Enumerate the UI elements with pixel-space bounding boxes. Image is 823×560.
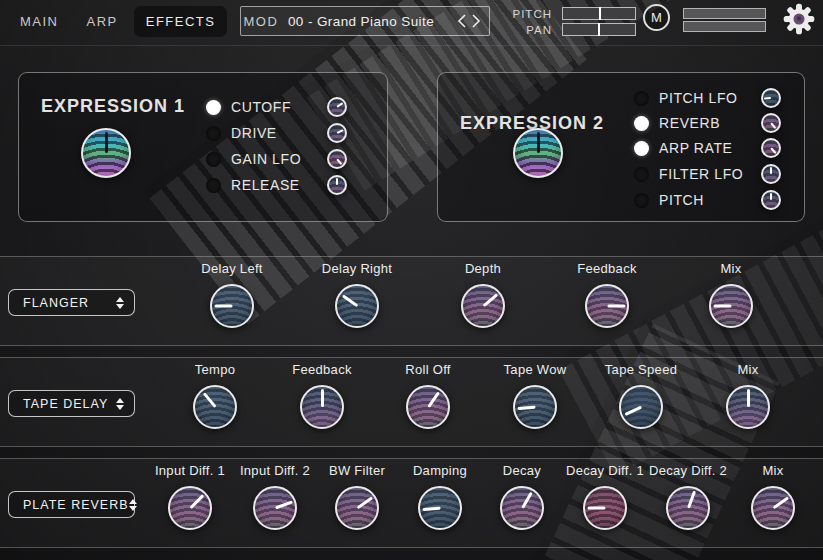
reverb-mix-knob[interactable] (751, 486, 795, 530)
input-diff-1-knob[interactable] (168, 486, 212, 530)
mute-button[interactable]: M (643, 4, 670, 31)
flanger-mix-knob[interactable] (709, 284, 753, 328)
roll-off-label: Roll Off (383, 362, 473, 380)
header-bar: MAIN ARP EFFECTS MOD 00 - Grand Piano Su… (0, 0, 823, 46)
tempo-knob[interactable] (193, 385, 237, 429)
bw-filter-control: BW Filter (312, 463, 402, 530)
flanger-feedback-label: Feedback (562, 261, 652, 279)
decay-diff-2-knob[interactable] (666, 486, 710, 530)
tempo-control: Tempo (170, 362, 260, 429)
release-amount-knob[interactable] (327, 175, 347, 195)
tape-mix-knob[interactable] (726, 385, 770, 429)
preset-name: 00 - Grand Piano Suite (241, 14, 455, 29)
preset-next-button[interactable] (470, 12, 483, 30)
gain-lfo-label: GAIN LFO (231, 151, 327, 167)
output-meter-bottom (683, 21, 766, 32)
tab-arp[interactable]: ARP (75, 6, 130, 37)
filter-lfo-label: FILTER LFO (659, 166, 761, 182)
effect-slot3-selector[interactable]: PLATE REVERB (8, 491, 135, 518)
tab-main[interactable]: MAIN (8, 6, 71, 37)
tab-effects[interactable]: EFFECTS (134, 6, 228, 37)
tape-wow-control: Tape Wow (490, 362, 580, 429)
bw-filter-label: BW Filter (312, 463, 402, 481)
input-diff-2-control: Input Diff. 2 (230, 463, 320, 530)
delay-left-control: Delay Left (187, 261, 277, 328)
pan-slider[interactable] (562, 23, 636, 36)
reverb-mix-control: Mix (728, 463, 818, 530)
depth-knob[interactable] (461, 284, 505, 328)
pitch-radio[interactable] (634, 193, 649, 208)
effect-slot1-selector[interactable]: FLANGER (8, 289, 135, 316)
reverb-amount-knob[interactable] (761, 113, 781, 133)
arp-rate-radio[interactable] (634, 141, 649, 156)
depth-control: Depth (438, 261, 528, 328)
pan-slider-thumb[interactable] (598, 23, 600, 36)
expression2-item-pitch: PITCH (634, 190, 781, 210)
pitch-label: PITCH (512, 8, 552, 20)
decay-control: Decay (477, 463, 567, 530)
expression1-title: EXPRESSION 1 (41, 96, 185, 117)
expression1-main-knob[interactable] (81, 128, 131, 178)
preset-selector[interactable]: 00 - Grand Piano Suite (240, 6, 490, 36)
expression1-item-drive: DRIVE (206, 123, 347, 143)
cutoff-amount-knob[interactable] (327, 97, 347, 117)
pitch-amount-knob[interactable] (761, 190, 781, 210)
cutoff-label: CUTOFF (231, 99, 327, 115)
drive-label: DRIVE (231, 125, 327, 141)
decay-knob[interactable] (500, 486, 544, 530)
filter-lfo-amount-knob[interactable] (761, 164, 781, 184)
reverb-radio[interactable] (634, 116, 649, 131)
delay-right-label: Delay Right (312, 261, 402, 279)
tape-wow-label: Tape Wow (490, 362, 580, 380)
effect-slot2-label: TAPE DELAY (23, 397, 116, 411)
tape-wow-knob[interactable] (513, 385, 557, 429)
expression2-item-pitch-lfo: PITCH LFO (634, 88, 781, 108)
decay-diff-1-knob[interactable] (583, 486, 627, 530)
arp-rate-label: ARP RATE (659, 140, 761, 156)
effect-slot2-selector[interactable]: TAPE DELAY (8, 390, 135, 417)
decay-diff-2-label: Decay Diff. 2 (643, 463, 733, 481)
drive-radio[interactable] (206, 126, 221, 141)
arp-rate-amount-knob[interactable] (761, 138, 781, 158)
tape-speed-label: Tape Speed (596, 362, 686, 380)
damping-control: Damping (395, 463, 485, 530)
tape-delay-section: TAPE DELAY Tempo Feedback Roll Off Tape … (0, 357, 823, 447)
gain-lfo-amount-knob[interactable] (327, 149, 347, 169)
delay-right-knob[interactable] (335, 284, 379, 328)
tape-feedback-knob[interactable] (300, 385, 344, 429)
delay-right-control: Delay Right (312, 261, 402, 328)
release-radio[interactable] (206, 178, 221, 193)
expression2-main-knob[interactable] (513, 128, 563, 178)
expression1-item-gain-lfo: GAIN LFO (206, 149, 347, 169)
settings-gear-icon[interactable] (782, 2, 816, 36)
gain-lfo-radio[interactable] (206, 152, 221, 167)
preset-prev-button[interactable] (455, 12, 468, 30)
cutoff-radio[interactable] (206, 100, 221, 115)
dropdown-arrows-icon (116, 297, 124, 309)
pitch-lfo-amount-knob[interactable] (761, 88, 781, 108)
pitch-slider-thumb[interactable] (599, 7, 601, 20)
delay-left-knob[interactable] (210, 284, 254, 328)
roll-off-knob[interactable] (406, 385, 450, 429)
pitch-lfo-radio[interactable] (634, 91, 649, 106)
tape-speed-knob[interactable] (619, 385, 663, 429)
bw-filter-knob[interactable] (335, 486, 379, 530)
input-diff-2-knob[interactable] (253, 486, 297, 530)
damping-knob[interactable] (418, 486, 462, 530)
flanger-section: FLANGER Delay Left Delay Right Depth Fee… (0, 256, 823, 346)
mute-button-label: M (651, 10, 662, 25)
delay-left-label: Delay Left (187, 261, 277, 279)
filter-lfo-radio[interactable] (634, 167, 649, 182)
damping-label: Damping (395, 463, 485, 481)
depth-label: Depth (438, 261, 528, 279)
plugin-window: MAIN ARP EFFECTS MOD 00 - Grand Piano Su… (0, 0, 823, 560)
flanger-feedback-knob[interactable] (585, 284, 629, 328)
expression1-panel: EXPRESSION 1 CUTOFF DRIVE GAIN LFO RELEA… (18, 72, 388, 222)
reverb-label: REVERB (659, 115, 761, 131)
roll-off-control: Roll Off (383, 362, 473, 429)
flanger-mix-control: Mix (686, 261, 776, 328)
pitch-slider[interactable] (562, 7, 636, 20)
drive-amount-knob[interactable] (327, 123, 347, 143)
tab-effects-label: EFFECTS (146, 14, 216, 29)
tab-arp-label: ARP (87, 14, 118, 29)
